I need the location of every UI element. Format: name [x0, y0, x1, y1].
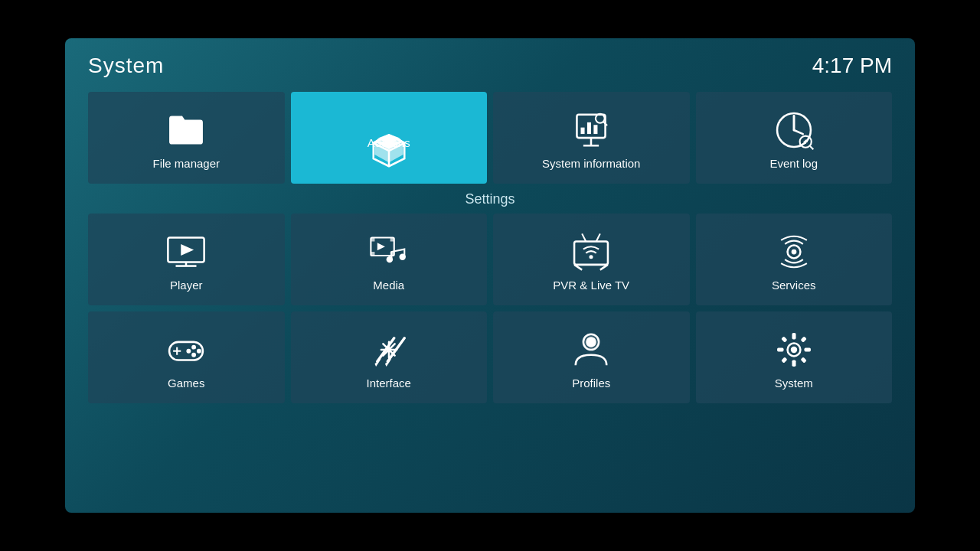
tile-label: Profiles [572, 377, 610, 390]
top-tiles-row: File manager [88, 92, 892, 184]
svg-point-29 [399, 253, 405, 259]
tile-label: File manager [152, 157, 220, 170]
tile-label: System information [542, 157, 640, 170]
player-icon [165, 231, 207, 272]
tile-system[interactable]: System [696, 311, 893, 403]
tile-player[interactable]: Player [88, 214, 285, 305]
page-title: System [88, 54, 164, 78]
tile-profiles[interactable]: Profiles [493, 311, 690, 403]
tile-file-manager[interactable]: File manager [88, 92, 285, 184]
tile-system-information[interactable]: System information [493, 92, 690, 184]
svg-rect-58 [792, 333, 795, 339]
svg-rect-60 [777, 347, 783, 351]
system-icon [773, 329, 815, 370]
svg-rect-59 [792, 360, 795, 366]
svg-point-37 [791, 249, 796, 254]
svg-point-41 [191, 344, 196, 349]
folder-icon [165, 109, 207, 151]
svg-point-44 [187, 348, 191, 353]
svg-rect-64 [781, 357, 787, 363]
svg-rect-63 [800, 336, 806, 342]
svg-line-33 [582, 233, 586, 241]
tile-label: Media [373, 279, 404, 292]
tile-pvr-live-tv[interactable]: PVR & Live TV [493, 214, 690, 305]
header: System 4:17 PM [88, 54, 892, 78]
profiles-icon [570, 329, 612, 370]
tile-label: Player [170, 279, 203, 292]
settings-row-1: Player Media [88, 214, 892, 305]
tile-add-ons[interactable]: Add-ons [291, 92, 488, 184]
svg-rect-65 [800, 357, 806, 363]
tile-label: Interface [367, 377, 411, 390]
settings-row-2: Games Interface [88, 311, 892, 403]
tile-media[interactable]: Media [291, 214, 488, 305]
svg-rect-62 [781, 336, 787, 342]
media-icon [368, 231, 410, 272]
svg-point-28 [386, 256, 392, 262]
pvr-icon [570, 231, 612, 272]
svg-point-43 [191, 352, 196, 357]
event-log-icon [773, 109, 815, 151]
tile-interface[interactable]: Interface [291, 311, 488, 403]
games-icon [165, 329, 207, 370]
clock: 4:17 PM [812, 54, 892, 78]
tile-label: PVR & Live TV [553, 279, 629, 292]
svg-rect-30 [574, 241, 608, 264]
svg-marker-19 [181, 243, 194, 255]
svg-point-35 [590, 255, 593, 259]
svg-rect-24 [390, 237, 394, 241]
svg-rect-7 [587, 122, 591, 133]
tile-label: System [775, 377, 813, 390]
svg-line-15 [810, 146, 813, 149]
svg-rect-61 [804, 347, 810, 351]
svg-line-13 [794, 130, 803, 134]
tile-event-log[interactable]: Event log [696, 92, 893, 184]
svg-point-57 [791, 346, 797, 352]
svg-point-42 [197, 348, 201, 353]
svg-line-34 [596, 233, 600, 241]
settings-section-label: Settings [88, 191, 892, 207]
svg-point-55 [586, 337, 597, 347]
tile-label: Services [772, 279, 816, 292]
interface-icon [368, 329, 410, 370]
tile-services[interactable]: Services [696, 214, 893, 305]
services-icon [773, 231, 815, 272]
system-info-icon [570, 109, 612, 151]
svg-rect-23 [371, 237, 374, 241]
tile-label: Games [168, 377, 204, 390]
svg-rect-8 [594, 125, 598, 134]
svg-rect-6 [581, 127, 585, 133]
svg-rect-25 [371, 252, 374, 256]
tile-label: Add-ons [368, 136, 410, 149]
svg-marker-27 [377, 243, 385, 250]
tile-label: Event log [769, 157, 818, 170]
main-screen: System 4:17 PM File manager [65, 38, 915, 513]
tile-games[interactable]: Games [88, 311, 285, 403]
